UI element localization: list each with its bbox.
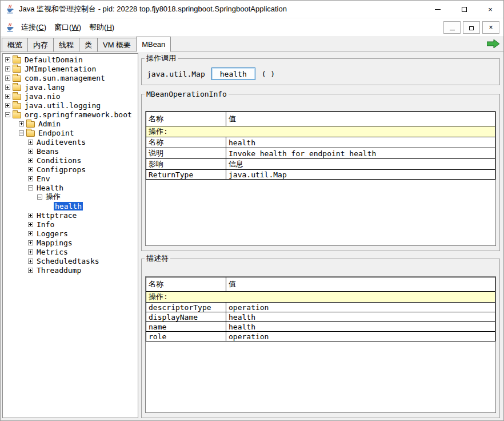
descriptor-title: 描述符: [145, 253, 170, 264]
table-row[interactable]: 说明Invoke health for endpoint health: [146, 148, 495, 159]
expand-toggle-icon[interactable]: [28, 140, 33, 145]
tab-内存[interactable]: 内存: [27, 38, 54, 51]
menu-item-label: ): [112, 23, 114, 31]
tree-item-Conditions[interactable]: Conditions: [3, 156, 138, 165]
tree-item-Health[interactable]: Health: [3, 183, 138, 192]
expand-toggle-icon[interactable]: [5, 57, 10, 62]
descriptor-table: 名称值操作:descriptorTypeoperationdisplayName…: [146, 277, 495, 341]
expand-toggle-icon[interactable]: [5, 85, 10, 90]
menu-items: 连接(C)窗口(W)帮助(H): [17, 20, 118, 35]
minimize-button[interactable]: [425, 1, 451, 18]
close-button[interactable]: ×: [477, 1, 503, 18]
menu-bar: 连接(C)窗口(W)帮助(H) ×: [1, 18, 503, 36]
tree-item-label: java.util.logging: [23, 101, 102, 110]
expand-toggle-icon[interactable]: [28, 176, 33, 181]
cell-name: 名称: [146, 137, 226, 148]
mdi-restore-button[interactable]: [463, 21, 480, 34]
tree-item-label: Loggers: [35, 229, 69, 238]
expand-toggle-icon[interactable]: [28, 240, 33, 245]
expand-toggle-icon[interactable]: [28, 259, 33, 264]
menu-item-h[interactable]: 帮助(H): [85, 20, 118, 35]
tree-item-health[interactable]: health: [3, 201, 138, 210]
table-row[interactable]: namehealth: [146, 322, 495, 332]
table-row[interactable]: 名称health: [146, 137, 495, 148]
menu-item-label: ): [79, 23, 81, 31]
table-row[interactable]: roleoperation: [146, 332, 495, 341]
tree-item-Auditevents[interactable]: Auditevents: [3, 137, 138, 146]
tree-item-操作[interactable]: 操作: [3, 192, 138, 201]
collapse-toggle-icon[interactable]: [37, 194, 42, 200]
expand-toggle-icon[interactable]: [28, 231, 33, 236]
tree-item-java.util.logging[interactable]: java.util.logging: [3, 101, 138, 110]
tree-item-label: org.springframework.boot: [23, 110, 133, 119]
maximize-button[interactable]: [451, 1, 477, 18]
column-header[interactable]: 值: [226, 277, 495, 292]
tree-item-label: Threaddump: [35, 266, 82, 275]
tree-item-org.springframework.boot[interactable]: org.springframework.boot: [3, 110, 138, 119]
expand-toggle-icon[interactable]: [28, 167, 33, 172]
table-row[interactable]: 影响信息: [146, 159, 495, 170]
expand-toggle-icon[interactable]: [28, 249, 33, 255]
column-header[interactable]: 名称: [146, 112, 226, 126]
collapse-toggle-icon[interactable]: [5, 112, 10, 117]
column-header[interactable]: 名称: [146, 277, 226, 292]
expand-toggle-icon[interactable]: [28, 158, 33, 163]
mdi-window-controls: ×: [443, 21, 499, 34]
tree-item-Metrics[interactable]: Metrics: [3, 247, 138, 256]
collapse-toggle-icon[interactable]: [19, 130, 24, 136]
tree-item-Beans[interactable]: Beans: [3, 146, 138, 156]
table-row[interactable]: ReturnTypejava.util.Map: [146, 170, 495, 180]
folder-icon: [26, 121, 35, 128]
java-icon: [6, 5, 15, 14]
tree-item-Httptrace[interactable]: Httptrace: [3, 210, 138, 220]
expand-toggle-icon[interactable]: [5, 76, 10, 81]
health-operation-button[interactable]: health: [211, 67, 255, 80]
tree-item-Scheduledtasks[interactable]: Scheduledtasks: [3, 256, 138, 265]
expand-toggle-icon[interactable]: [28, 213, 33, 218]
expand-toggle-icon[interactable]: [28, 268, 33, 273]
tree-item-Info[interactable]: Info: [3, 220, 138, 229]
cell-name: name: [146, 322, 226, 332]
expand-toggle-icon[interactable]: [5, 94, 10, 99]
expand-toggle-icon[interactable]: [28, 149, 33, 154]
mdi-minimize-button[interactable]: [443, 21, 461, 34]
table-row[interactable]: descriptorTypeoperation: [146, 303, 495, 312]
table-header-row: 名称值: [146, 112, 495, 126]
operation_info-table: 名称值操作:名称health说明Invoke health for endpoi…: [146, 112, 495, 180]
table-row[interactable]: 操作:: [146, 126, 495, 137]
expand-toggle-icon[interactable]: [28, 222, 33, 227]
tree-item-JMImplementation[interactable]: JMImplementation: [3, 64, 138, 73]
menu-item-label: 帮助(: [89, 23, 106, 31]
maximize-icon: [462, 7, 467, 12]
tab-MBean[interactable]: MBean: [136, 37, 171, 52]
expand-toggle-icon[interactable]: [5, 66, 10, 72]
tree-item-Admin[interactable]: Admin: [3, 119, 138, 128]
tab-线程[interactable]: 线程: [53, 38, 79, 51]
window-controls: ×: [425, 1, 503, 18]
tree-item-DefaultDomain[interactable]: DefaultDomain: [3, 55, 138, 64]
tree-item-java.lang[interactable]: java.lang: [3, 82, 138, 92]
menu-item-w[interactable]: 窗口(W): [50, 20, 85, 35]
menu-item-c[interactable]: 连接(C): [17, 20, 50, 35]
tree-item-Endpoint[interactable]: Endpoint: [3, 128, 138, 137]
tree-item-Loggers[interactable]: Loggers: [3, 229, 138, 238]
table-row[interactable]: displayNamehealth: [146, 312, 495, 322]
expand-toggle-icon[interactable]: [19, 121, 24, 126]
tree-item-Env[interactable]: Env: [3, 174, 138, 183]
collapse-toggle-icon[interactable]: [28, 185, 33, 190]
tree-item-Threaddump[interactable]: Threaddump: [3, 265, 138, 275]
tree-item-label: Conditions: [35, 156, 82, 165]
tree-item-Mappings[interactable]: Mappings: [3, 238, 138, 247]
tree-item-java.nio[interactable]: java.nio: [3, 92, 138, 101]
table-row[interactable]: 操作:: [146, 292, 495, 303]
expand-toggle-icon[interactable]: [5, 103, 10, 108]
tab-VM 概要[interactable]: VM 概要: [97, 38, 137, 51]
tab-类[interactable]: 类: [79, 38, 98, 51]
cell-value: health: [226, 322, 495, 332]
tree-item-label: Configprops: [35, 165, 87, 174]
column-header[interactable]: 值: [226, 112, 495, 126]
tree-item-com.sun.management[interactable]: com.sun.management: [3, 73, 138, 82]
tab-概览[interactable]: 概览: [2, 38, 28, 51]
tree-item-Configprops[interactable]: Configprops: [3, 165, 138, 174]
mdi-close-button[interactable]: ×: [482, 21, 499, 34]
